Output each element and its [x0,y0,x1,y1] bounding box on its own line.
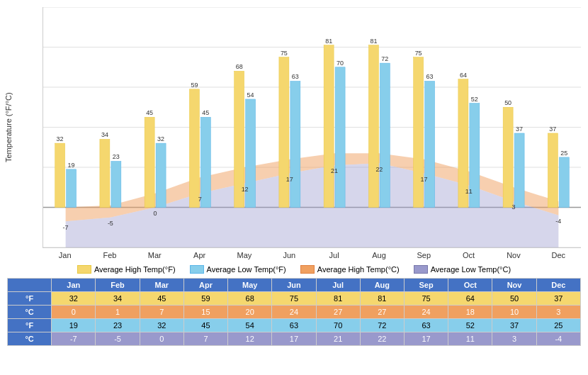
table-cell: 32 [52,292,96,306]
table-cell: 68 [228,292,272,306]
legend-label-high-f: Average High Temp(°F) [94,265,176,274]
table-cell: 20 [228,306,272,319]
table-cell: 64 [448,292,492,306]
svg-text:50: 50 [504,99,511,106]
svg-text:81: 81 [370,37,377,44]
col-header-nov: Nov [492,279,536,292]
col-header-jun: Jun [272,279,316,292]
table-cell: 15 [183,306,227,319]
svg-rect-26 [324,45,334,208]
x-label-aug: Aug [356,251,401,259]
table-cell: 45 [140,292,183,306]
svg-text:45: 45 [146,109,153,116]
table-cell: 75 [272,292,316,306]
svg-text:37: 37 [516,125,523,133]
svg-text:32: 32 [157,135,164,142]
col-header-feb: Feb [96,279,140,292]
svg-text:17: 17 [421,176,428,183]
table-cell: 70 [316,319,360,332]
svg-text:0: 0 [154,210,157,217]
svg-text:45: 45 [202,109,209,116]
col-header-aug: Aug [360,279,404,292]
col-header-sep: Sep [404,279,448,292]
svg-text:19: 19 [68,162,75,169]
svg-text:70: 70 [337,60,344,67]
table-cell: 22 [360,332,404,346]
svg-rect-36 [548,133,558,208]
svg-text:63: 63 [426,73,434,80]
row-label: °C [8,306,52,319]
table-cell: -5 [96,332,140,346]
x-label-oct: Oct [446,251,491,259]
svg-text:3: 3 [512,203,516,211]
table-cell: 59 [183,292,227,306]
col-header- [8,279,52,292]
table-cell: 10 [492,306,536,319]
svg-rect-27 [335,67,345,208]
svg-rect-19 [156,143,166,207]
col-header-apr: Apr [183,279,227,292]
svg-text:32: 32 [57,135,64,142]
col-header-mar: Mar [140,279,183,292]
svg-text:64: 64 [460,72,467,79]
svg-text:11: 11 [465,188,473,195]
svg-rect-18 [145,117,154,207]
data-table-container: JanFebMarAprMayJunJulAugSepOctNovDec°F32… [0,278,588,346]
table-cell: 27 [360,306,404,319]
svg-text:7: 7 [198,196,202,203]
table-cell: 50 [492,292,536,306]
svg-text:-4: -4 [555,218,561,225]
svg-text:17: 17 [286,176,293,183]
table-cell: 63 [272,319,316,332]
table-cell: 37 [536,292,580,306]
table-cell: 34 [96,292,140,306]
x-label-jan: Jan [43,251,87,259]
table-cell: 0 [140,332,183,346]
svg-text:52: 52 [471,95,478,102]
svg-text:34: 34 [101,131,108,138]
svg-rect-37 [559,157,569,208]
legend-label-high-c: Average High Temp(°C) [317,265,400,274]
table-row: °C01715202427272418103 [8,306,581,319]
svg-rect-29 [380,63,390,207]
col-header-jul: Jul [316,279,360,292]
table-cell: 12 [228,332,272,346]
svg-text:-7: -7 [63,223,69,230]
legend-label-low-c: Average Low Temp(°C) [431,265,511,274]
legend-item-high-c: Average High Temp(°C) [300,265,400,274]
table-cell: 27 [316,306,360,319]
table-cell: -7 [52,332,96,346]
table-cell: 25 [536,319,580,332]
legend-item-low-c: Average Low Temp(°C) [414,265,511,274]
chart-container: Temperature (°F/°C) 100806040200-20 3219… [0,0,588,375]
chart-svg: 100806040200-20 3219-73423-5453205945768… [43,7,581,247]
legend-swatch-high-c [300,265,315,274]
svg-text:75: 75 [415,49,422,56]
svg-text:21: 21 [331,167,338,174]
col-header-jan: Jan [52,279,96,292]
svg-text:22: 22 [375,166,383,173]
svg-rect-16 [100,139,110,207]
table-cell: -4 [536,332,580,346]
svg-rect-25 [290,82,300,208]
table-cell: 37 [492,319,536,332]
svg-text:63: 63 [292,73,299,80]
table-row: °C-7-5071217212217113-4 [8,332,581,346]
svg-text:12: 12 [242,186,249,193]
table-cell: 81 [360,292,404,306]
table-cell: 63 [404,319,448,332]
svg-rect-34 [503,107,513,207]
svg-text:75: 75 [281,49,288,56]
table-cell: 3 [492,332,536,346]
x-axis: JanFebMarAprMayJunJulAugSepOctNovDec [43,248,581,261]
table-cell: 11 [448,332,492,346]
table-cell: 7 [183,332,227,346]
legend-item-high-f: Average High Temp(°F) [77,265,176,274]
svg-text:59: 59 [191,82,198,89]
x-label-sep: Sep [402,251,446,259]
col-header-dec: Dec [536,279,580,292]
svg-rect-21 [200,117,210,207]
legend: Average High Temp(°F) Average Low Temp(°… [0,261,588,278]
x-label-mar: Mar [132,251,177,259]
chart-plot-area: Temperature (°F/°C) 100806040200-20 3219… [43,7,581,248]
